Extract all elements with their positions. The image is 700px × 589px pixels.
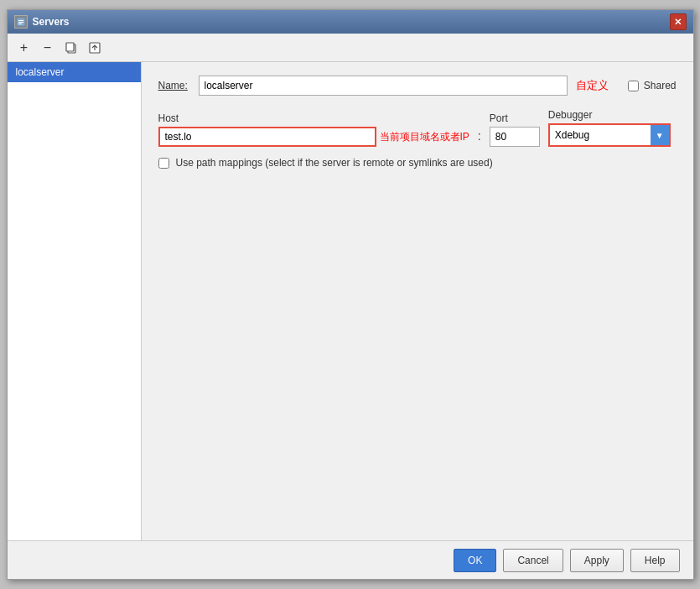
svg-rect-5 [66,43,74,51]
shared-label: Shared [644,80,677,91]
title-bar-left: Servers [14,15,70,29]
debugger-group: Debugger Xdebug Zend Debugger ▼ [548,109,671,147]
window-icon [14,15,28,29]
shared-row: Shared [628,80,677,91]
host-input-row: 当前项目域名或者IP [158,127,469,147]
port-group: Port [490,112,540,147]
bottom-bar: OK Cancel Apply Help [8,540,693,579]
remove-button[interactable]: − [38,38,58,58]
copy-button[interactable] [61,38,81,58]
debugger-label: Debugger [548,109,671,121]
add-button[interactable]: + [14,38,34,58]
ok-button[interactable]: OK [454,549,496,572]
debugger-dropdown-arrow[interactable]: ▼ [651,125,669,145]
host-annotation: 当前项目域名或者IP [380,130,469,144]
sidebar-item-localserver[interactable]: localserver [8,62,141,82]
move-button[interactable] [85,38,105,58]
content-area: localserver Name: 自定义 Shared Host [8,62,693,540]
apply-button[interactable]: Apply [570,549,624,572]
svg-rect-2 [18,22,23,23]
debugger-select-wrapper: Xdebug Zend Debugger ▼ [548,123,671,147]
host-input[interactable] [158,127,376,147]
servers-window: Servers ✕ + − localserver [7,9,694,580]
sidebar: localserver [8,62,142,540]
close-button[interactable]: ✕ [670,13,687,30]
path-mapping-checkbox[interactable] [158,158,169,169]
debugger-select[interactable]: Xdebug Zend Debugger [550,125,651,145]
name-label: Name: [158,80,192,91]
path-mapping-label: Use path mappings (select if the server … [176,157,493,169]
name-input[interactable] [199,76,568,96]
help-button[interactable]: Help [630,549,680,572]
toolbar: + − [8,34,693,62]
colon-separator: : [478,129,481,144]
host-label: Host [158,112,469,124]
name-annotation: 自定义 [576,78,609,93]
fields-row: Host 当前项目域名或者IP : Port Debugger Xdebu [158,109,677,147]
path-mapping-row: Use path mappings (select if the server … [158,157,677,169]
host-group: Host 当前项目域名或者IP [158,112,469,147]
svg-rect-1 [18,20,23,21]
svg-rect-3 [18,23,22,24]
port-input[interactable] [490,127,540,147]
cancel-button[interactable]: Cancel [503,549,563,572]
shared-checkbox[interactable] [628,81,639,91]
title-bar: Servers ✕ [8,10,693,34]
port-label: Port [490,112,540,124]
window-title: Servers [33,16,70,28]
name-row: Name: 自定义 Shared [158,76,677,96]
main-panel: Name: 自定义 Shared Host 当前项目域名或者IP : [142,62,693,540]
